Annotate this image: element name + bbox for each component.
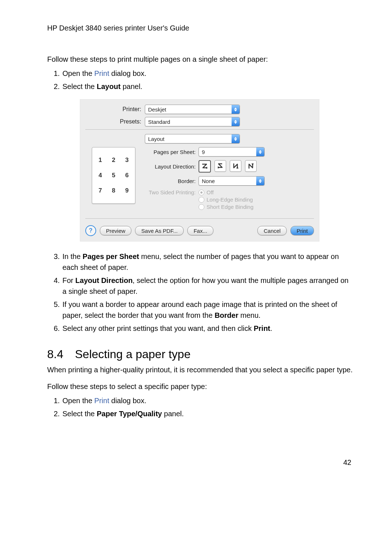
svg-marker-3 bbox=[234, 122, 237, 124]
print-dialog: Printer: Deskjet Presets: Standard bbox=[80, 99, 319, 242]
two-sided-off: Off bbox=[199, 189, 253, 195]
layout-direction-2[interactable] bbox=[215, 160, 226, 172]
radio-icon bbox=[199, 197, 204, 203]
presets-select[interactable]: Standard bbox=[145, 117, 240, 126]
svg-marker-5 bbox=[234, 139, 237, 141]
svg-marker-11 bbox=[252, 163, 254, 166]
dropdown-arrows-icon bbox=[232, 117, 240, 126]
svg-marker-9 bbox=[218, 166, 220, 169]
help-button[interactable]: ? bbox=[85, 225, 96, 236]
svg-marker-10 bbox=[236, 166, 238, 169]
divider bbox=[85, 129, 314, 130]
step-1: 1. Open the Print dialog box. bbox=[47, 68, 353, 79]
print-button[interactable]: Print bbox=[290, 226, 314, 235]
svg-marker-6 bbox=[259, 150, 262, 152]
direction-s-icon bbox=[217, 163, 224, 169]
layout-direction-3[interactable] bbox=[230, 160, 241, 172]
step-3: 3. In the Pages per Sheet menu, select t… bbox=[47, 251, 353, 273]
panel-select[interactable]: Layout bbox=[145, 134, 240, 143]
divider bbox=[85, 218, 314, 219]
printer-label: Printer: bbox=[85, 106, 145, 113]
step-4: 4. For Layout Direction, select the opti… bbox=[47, 275, 353, 297]
presets-label: Presets: bbox=[85, 118, 145, 125]
page-number: 42 bbox=[343, 458, 351, 467]
svg-marker-2 bbox=[234, 120, 237, 122]
section-intro-2: Follow these steps to select a specific … bbox=[47, 381, 353, 392]
svg-marker-7 bbox=[259, 152, 262, 154]
radio-icon bbox=[199, 204, 204, 210]
page-header: HP Deskjet 3840 series printer User's Gu… bbox=[47, 24, 353, 32]
dropdown-arrows-icon bbox=[232, 134, 240, 143]
two-sided-short: Short Edge Binding bbox=[199, 204, 253, 210]
layout-direction-1[interactable] bbox=[199, 160, 211, 173]
section-intro-1: When printing a higher-quality printout,… bbox=[47, 365, 353, 375]
save-as-pdf-button[interactable]: Save As PDF... bbox=[135, 226, 184, 235]
svg-marker-12 bbox=[259, 179, 262, 181]
print-link[interactable]: Print bbox=[94, 69, 109, 77]
step-6: 6. Select any other print settings that … bbox=[47, 323, 353, 334]
intro-paragraph: Follow these steps to print multiple pag… bbox=[47, 54, 353, 64]
section-heading: 8.4 Selecting a paper type bbox=[47, 348, 353, 361]
svg-marker-1 bbox=[234, 110, 237, 112]
preview-button[interactable]: Preview bbox=[100, 226, 131, 235]
dropdown-arrows-icon bbox=[256, 177, 264, 185]
cancel-button[interactable]: Cancel bbox=[257, 226, 287, 235]
svg-marker-13 bbox=[259, 181, 262, 183]
step-2: 2. Select the Layout panel. bbox=[47, 81, 353, 92]
border-select[interactable]: None bbox=[199, 176, 265, 186]
border-label: Border: bbox=[143, 178, 199, 184]
dropdown-arrows-icon bbox=[256, 147, 264, 156]
layout-direction-4[interactable] bbox=[245, 160, 257, 172]
svg-marker-8 bbox=[205, 167, 207, 169]
two-sided-label: Two Sided Printing: bbox=[143, 189, 199, 195]
printer-select[interactable]: Deskjet bbox=[145, 105, 240, 114]
direction-n2-icon bbox=[248, 163, 254, 169]
direction-z-icon bbox=[201, 163, 208, 170]
print-link-2[interactable]: Print bbox=[94, 397, 109, 405]
b-step-2: 2. Select the Paper Type/Quality panel. bbox=[47, 408, 353, 419]
direction-n-icon bbox=[232, 163, 239, 169]
pages-per-sheet-select[interactable]: 9 bbox=[199, 147, 265, 157]
svg-marker-0 bbox=[234, 108, 237, 109]
svg-marker-4 bbox=[234, 137, 237, 139]
pages-per-sheet-label: Pages per Sheet: bbox=[143, 149, 199, 155]
radio-icon bbox=[199, 190, 204, 195]
layout-preview: 1 2 3 4 5 6 7 8 9 bbox=[92, 147, 135, 204]
two-sided-long: Long-Edge Binding bbox=[199, 196, 253, 203]
layout-direction-label: Layout Direction: bbox=[143, 163, 199, 170]
b-step-1: 1. Open the Print dialog box. bbox=[47, 395, 353, 406]
dropdown-arrows-icon bbox=[232, 105, 240, 114]
step-5: 5. If you want a border to appear around… bbox=[47, 299, 353, 321]
fax-button[interactable]: Fax... bbox=[187, 226, 213, 235]
